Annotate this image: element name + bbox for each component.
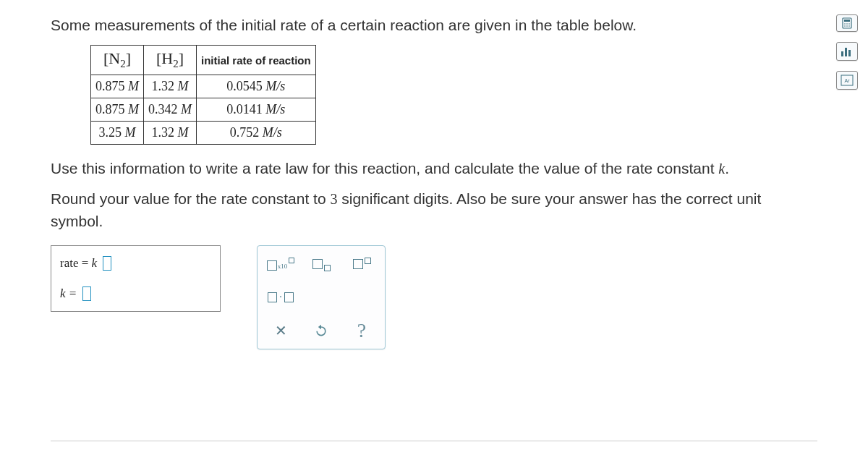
right-rail: Ar — [836, 14, 858, 90]
tool-palette: x10 · ✕ — [257, 245, 386, 349]
k-input-row[interactable]: k = — [60, 286, 211, 301]
svg-point-6 — [846, 25, 848, 27]
k-input[interactable] — [82, 286, 91, 301]
svg-point-2 — [844, 23, 846, 25]
table-row: 0.875 M 1.32 M 0.0545 M/s — [91, 75, 316, 98]
cell-h2: 1.32 M — [144, 75, 197, 98]
rate-input-row[interactable]: rate = k — [60, 256, 211, 271]
periodic-table-icon: Ar — [841, 75, 854, 86]
table-header-row: [N2] [H2] initial rate of reaction — [91, 46, 316, 75]
subscript-button[interactable] — [308, 253, 334, 275]
analytics-button[interactable] — [836, 42, 858, 61]
svg-point-7 — [848, 25, 850, 27]
header-rate: initial rate of reaction — [197, 46, 316, 75]
cell-rate: 0.0141 M/s — [197, 98, 316, 121]
cell-n2: 3.25 M — [91, 121, 144, 144]
svg-rect-1 — [844, 20, 850, 22]
cell-rate: 0.0545 M/s — [197, 75, 316, 98]
scientific-notation-button[interactable]: x10 — [268, 253, 294, 275]
answer-box: rate = k k = — [51, 245, 221, 312]
header-n2: [N2] — [91, 46, 144, 75]
rate-input[interactable] — [103, 256, 111, 271]
cell-h2: 1.32 M — [144, 121, 197, 144]
intro-text: Some measurements of the initial rate of… — [51, 14, 817, 36]
table-row: 0.875 M 0.342 M 0.0141 M/s — [91, 98, 316, 121]
cell-n2: 0.875 M — [91, 98, 144, 121]
divider — [51, 441, 817, 441]
dot-operator-button[interactable]: · — [268, 286, 294, 308]
table-row: 3.25 M 1.32 M 0.752 M/s — [91, 121, 316, 144]
svg-point-4 — [848, 23, 850, 25]
cell-h2: 0.342 M — [144, 98, 197, 121]
help-button[interactable]: ? — [349, 320, 375, 341]
calculator-button[interactable] — [836, 14, 858, 32]
header-h2: [H2] — [144, 46, 197, 75]
clear-button[interactable]: ✕ — [268, 320, 294, 341]
question-1: Use this information to write a rate law… — [51, 158, 817, 179]
k-label: k = — [60, 286, 77, 301]
question-2: Round your value for the rate constant t… — [51, 188, 817, 232]
calculator-icon — [841, 17, 853, 29]
svg-rect-9 — [845, 48, 847, 56]
cell-n2: 0.875 M — [91, 75, 144, 98]
reset-button[interactable] — [308, 320, 334, 341]
svg-point-5 — [844, 25, 846, 27]
cell-rate: 0.752 M/s — [197, 121, 316, 144]
rate-label: rate = k — [60, 256, 97, 271]
svg-rect-8 — [841, 51, 843, 56]
superscript-button[interactable] — [349, 253, 375, 275]
svg-rect-10 — [848, 50, 851, 56]
bar-chart-icon — [841, 46, 854, 57]
svg-point-3 — [846, 23, 848, 25]
svg-text:Ar: Ar — [845, 78, 851, 83]
undo-icon — [314, 323, 328, 338]
data-table: [N2] [H2] initial rate of reaction 0.875… — [90, 45, 316, 144]
periodic-table-button[interactable]: Ar — [836, 71, 858, 90]
